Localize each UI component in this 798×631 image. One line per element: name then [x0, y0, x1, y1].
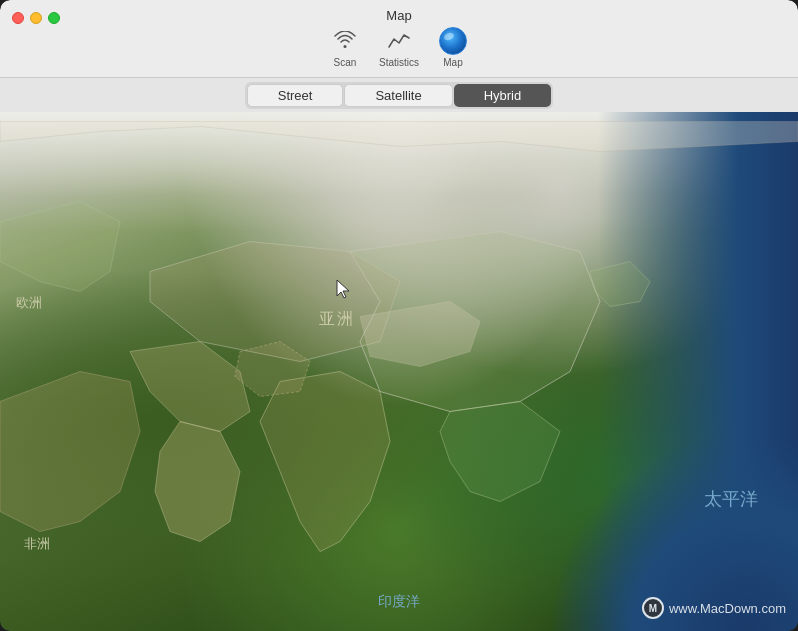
close-button[interactable]	[12, 12, 24, 24]
fullscreen-button[interactable]	[48, 12, 60, 24]
map-view[interactable]: 欧洲 亚洲 非洲 太平洋 印度洋 M www.MacDown.com	[0, 112, 798, 631]
title-bar: Map Scan	[0, 0, 798, 78]
india-sea-label: 印度洋	[378, 593, 420, 611]
watermark: M www.MacDown.com	[642, 597, 786, 619]
watermark-text: www.MacDown.com	[669, 601, 786, 616]
scan-label: Scan	[334, 57, 357, 68]
street-button[interactable]: Street	[247, 84, 344, 107]
scan-toolbar-item[interactable]: Scan	[331, 27, 359, 68]
statistics-icon	[385, 27, 413, 55]
africa-label: 非洲	[24, 535, 50, 553]
statistics-label: Statistics	[379, 57, 419, 68]
map-toolbar-item[interactable]: Map	[439, 27, 467, 68]
scan-icon	[331, 27, 359, 55]
seg-container: Street Satellite Hybrid	[245, 82, 554, 109]
window-title: Map	[386, 8, 411, 23]
map-icon	[439, 27, 467, 55]
satellite-button[interactable]: Satellite	[344, 84, 452, 107]
hybrid-button[interactable]: Hybrid	[454, 84, 552, 107]
watermark-icon: M	[642, 597, 664, 619]
app-window: Map Scan	[0, 0, 798, 631]
traffic-lights	[12, 12, 60, 24]
map-label: Map	[443, 57, 462, 68]
asia-label: 亚洲	[319, 309, 355, 330]
europe-label: 欧洲	[16, 294, 42, 312]
minimize-button[interactable]	[30, 12, 42, 24]
pacific-label: 太平洋	[704, 487, 758, 511]
map-overlay-svg	[0, 112, 798, 631]
toolbar: Scan Statistics Map	[331, 27, 467, 68]
statistics-toolbar-item[interactable]: Statistics	[379, 27, 419, 68]
view-mode-selector: Street Satellite Hybrid	[0, 78, 798, 112]
